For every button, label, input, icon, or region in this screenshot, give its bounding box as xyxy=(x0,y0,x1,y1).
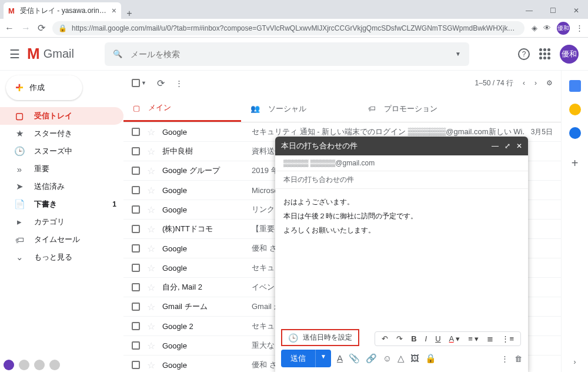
browser-menu-icon[interactable]: ⋮ xyxy=(576,24,583,32)
profile-badge[interactable]: 優和 xyxy=(557,22,570,35)
sidebar-item-受信トレイ[interactable]: ▢受信トレイ xyxy=(0,107,123,125)
more-button[interactable]: ⋮ xyxy=(175,79,183,88)
discard-icon[interactable]: 🗑 xyxy=(514,354,522,363)
hangouts-chat-icon[interactable] xyxy=(34,360,45,370)
next-page-button[interactable]: › xyxy=(534,79,537,87)
star-icon[interactable]: ☆ xyxy=(147,185,155,196)
row-checkbox[interactable] xyxy=(132,361,140,369)
search-input[interactable] xyxy=(131,49,447,59)
close-icon[interactable]: × xyxy=(112,6,116,15)
window-minimize[interactable]: ― xyxy=(517,2,541,19)
text-color-icon[interactable]: A ▾ xyxy=(447,334,462,343)
send-button[interactable]: 送信 xyxy=(281,350,315,367)
sidebar-item-下書き[interactable]: 📄下書き1 xyxy=(0,195,123,213)
sidebar-item-送信済み[interactable]: ➤送信済み xyxy=(0,178,123,195)
sidebar-item-タイムセール[interactable]: 🏷タイムセール xyxy=(0,231,123,248)
settings-gear-icon[interactable]: ⚙ xyxy=(546,79,553,87)
bullet-list-icon[interactable]: ⋮≡ xyxy=(500,334,516,343)
sidebar-item-カテゴリ[interactable]: ▸カテゴリ xyxy=(0,213,123,231)
row-checkbox[interactable] xyxy=(132,128,140,136)
ordered-list-icon[interactable]: ≣ xyxy=(485,334,495,343)
select-all[interactable]: ▼ xyxy=(132,79,146,87)
tab-ソーシャル[interactable]: 👥ソーシャル xyxy=(241,95,359,122)
star-icon[interactable]: ☆ xyxy=(147,301,155,313)
prev-page-button[interactable]: ‹ xyxy=(523,79,525,87)
underline-icon[interactable]: U xyxy=(433,334,442,343)
star-icon[interactable]: ☆ xyxy=(147,321,155,332)
star-icon[interactable]: ☆ xyxy=(147,340,155,351)
search-options-icon[interactable]: ▼ xyxy=(455,51,461,57)
italic-icon[interactable]: I xyxy=(423,334,429,343)
bold-icon[interactable]: B xyxy=(409,334,418,343)
star-icon[interactable]: ☆ xyxy=(147,243,155,254)
undo-icon[interactable]: ↶ xyxy=(380,334,390,343)
sidebar-item-もっと見る[interactable]: ⌄もっと見る xyxy=(0,248,123,266)
reload-button[interactable]: ⟳ xyxy=(38,22,45,34)
url-field[interactable]: 🔒 https://mail.google.com/mail/u/0/?tab=… xyxy=(52,21,524,35)
eye-icon[interactable]: 👁 xyxy=(543,24,551,32)
help-icon[interactable]: ? xyxy=(518,48,530,60)
calendar-app-icon[interactable] xyxy=(569,80,581,92)
extension-icon[interactable]: ◈ xyxy=(532,24,537,32)
forward-button[interactable]: → xyxy=(21,23,31,34)
subject-field[interactable]: 本日の打ち合わせの件 xyxy=(275,171,528,189)
hangouts-phone-icon[interactable] xyxy=(49,360,60,370)
row-checkbox[interactable] xyxy=(132,205,140,214)
row-checkbox[interactable] xyxy=(132,264,140,272)
row-checkbox[interactable] xyxy=(132,322,140,330)
star-icon[interactable]: ☆ xyxy=(147,146,155,157)
hamburger-icon[interactable]: ☰ xyxy=(9,47,20,61)
collapse-panel-icon[interactable]: › xyxy=(574,358,576,366)
refresh-button[interactable]: ⟳ xyxy=(157,78,165,89)
row-checkbox[interactable] xyxy=(132,167,140,175)
row-checkbox[interactable] xyxy=(132,303,140,311)
row-checkbox[interactable] xyxy=(132,341,140,350)
compose-button[interactable]: + 作成 xyxy=(6,75,82,100)
close-icon[interactable]: ✕ xyxy=(516,142,522,150)
confidential-icon[interactable]: 🔒 xyxy=(425,353,436,364)
tab-プロモーション[interactable]: 🏷プロモーション xyxy=(359,95,476,122)
format-icon[interactable]: A xyxy=(337,353,343,364)
row-checkbox[interactable] xyxy=(132,186,140,194)
minimize-icon[interactable]: — xyxy=(492,142,499,150)
row-checkbox[interactable] xyxy=(132,147,140,155)
link-icon[interactable]: 🔗 xyxy=(366,353,377,364)
photo-icon[interactable]: 🖼 xyxy=(410,353,419,364)
tab-メイン[interactable]: ▢メイン xyxy=(123,95,241,122)
more-options-icon[interactable]: ⋮ xyxy=(501,354,509,363)
new-tab-button[interactable]: + xyxy=(121,8,138,19)
row-checkbox[interactable] xyxy=(132,283,140,291)
apps-grid-icon[interactable] xyxy=(539,48,550,59)
sidebar-item-スヌーズ中[interactable]: 🕒スヌーズ中 xyxy=(0,142,123,160)
star-icon[interactable]: ☆ xyxy=(147,204,155,215)
star-icon[interactable]: ☆ xyxy=(147,263,155,274)
redo-icon[interactable]: ↷ xyxy=(395,334,405,343)
back-button[interactable]: ← xyxy=(5,23,14,34)
browser-tab[interactable]: M 受信トレイ - yasawa.orinaka@gm... × xyxy=(4,2,121,19)
compose-body[interactable]: おはようございます。本日は午後２時に御社に訪問の予定です。よろしくお願いいたしま… xyxy=(275,189,528,324)
hangouts-avatar[interactable] xyxy=(4,360,14,370)
sidebar-item-スター付き[interactable]: ★スター付き xyxy=(0,125,123,142)
keep-app-icon[interactable] xyxy=(569,104,581,115)
to-field[interactable]: ▒▒▒▒▒ ▒▒▒▒▒@gmail.com xyxy=(275,155,528,171)
align-icon[interactable]: ≡ ▾ xyxy=(466,334,480,343)
tasks-app-icon[interactable] xyxy=(569,127,581,139)
row-checkbox[interactable] xyxy=(132,244,140,253)
star-icon[interactable]: ☆ xyxy=(147,282,155,293)
star-icon[interactable]: ☆ xyxy=(147,165,155,177)
schedule-send-button[interactable]: 🕒 送信日時を設定 xyxy=(281,329,359,346)
window-close[interactable]: ✕ xyxy=(564,2,588,19)
sidebar-item-重要[interactable]: »重要 xyxy=(0,160,123,178)
account-avatar[interactable]: 優和 xyxy=(560,45,579,64)
attachment-icon[interactable]: 📎 xyxy=(349,353,360,364)
add-app-icon[interactable]: + xyxy=(572,157,579,170)
star-icon[interactable]: ☆ xyxy=(147,224,155,235)
window-maximize[interactable]: ☐ xyxy=(541,2,564,19)
star-icon[interactable]: ☆ xyxy=(147,360,155,371)
emoji-icon[interactable]: ☺ xyxy=(383,353,392,364)
search-box[interactable]: 🔍 ▼ xyxy=(105,42,469,66)
hangouts-contacts-icon[interactable] xyxy=(19,360,29,370)
drive-icon[interactable]: △ xyxy=(397,353,405,364)
send-options-button[interactable]: ▼ xyxy=(315,350,331,367)
gmail-logo[interactable]: M Gmail xyxy=(27,45,74,63)
